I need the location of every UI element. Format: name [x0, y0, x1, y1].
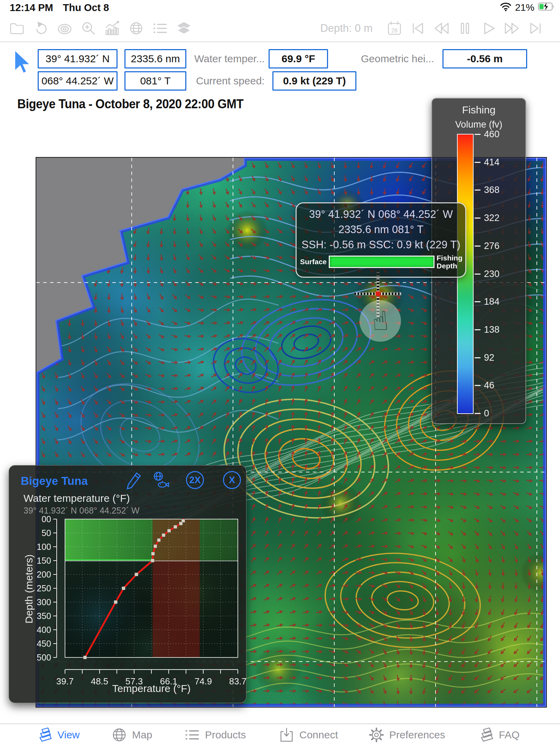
- temperature-depth-chart: [30, 502, 246, 689]
- layers-icon[interactable]: [176, 20, 192, 36]
- skip-back-icon[interactable]: [410, 20, 426, 36]
- geometric-height-label: Geometric hei...: [361, 49, 434, 68]
- tab-preferences[interactable]: Preferences: [368, 727, 445, 743]
- legend-tick: [475, 190, 480, 191]
- rewind-icon[interactable]: [433, 20, 449, 36]
- legend-tick-label: 276: [484, 241, 519, 251]
- crosshair-center-dot: [375, 291, 381, 296]
- battery-percent: 21%: [515, 2, 534, 13]
- bearing-readout: 081° T: [124, 71, 186, 91]
- zoom-in-icon[interactable]: [81, 20, 96, 36]
- profile-title: Bigeye Tuna: [21, 474, 88, 488]
- status-time: 12:14 PM: [10, 2, 53, 13]
- range-readout: 2335.6 nm: [124, 49, 186, 68]
- svg-text:28: 28: [391, 27, 398, 34]
- current-speed-label: Current speed:: [196, 71, 264, 91]
- status-bar: 12:14 PM Thu Oct 8 21%: [0, 0, 560, 15]
- battery-charging-icon: [538, 2, 555, 13]
- legend-tick-label: 230: [484, 269, 519, 279]
- latitude-readout: 39° 41.932´ N: [38, 49, 118, 68]
- legend-tick: [475, 301, 480, 302]
- tab-map[interactable]: Map: [111, 727, 152, 743]
- depth-readout: Depth: 0 m: [320, 22, 373, 35]
- status-date: Thu Oct 8: [63, 2, 109, 13]
- fishing-depth-bar: [329, 256, 435, 268]
- longitude-readout: 068° 44.252´ W: [38, 71, 118, 91]
- tab-connect-label: Connect: [299, 729, 338, 741]
- surface-label: Surface: [300, 258, 327, 266]
- globe-icon[interactable]: [128, 20, 144, 36]
- legend-tick: [475, 413, 480, 414]
- legend-tick-label: 184: [484, 296, 519, 307]
- legend-tick-label: 460: [484, 129, 519, 140]
- legend-tick-label: 368: [484, 185, 519, 195]
- toolbar: Depth: 0 m 28: [0, 15, 560, 42]
- geometric-height-readout: -0.56 m: [442, 49, 527, 68]
- folder-icon[interactable]: [9, 20, 25, 36]
- tooltip-coordinates: 39° 41.932´ N 068° 44.252´ W: [297, 207, 465, 222]
- tab-faq-label: FAQ: [499, 729, 520, 741]
- water-temp-label: Water temper...: [194, 49, 265, 68]
- tab-view[interactable]: View: [37, 727, 80, 743]
- legend-tick: [475, 162, 480, 163]
- tab-products[interactable]: Products: [184, 727, 246, 743]
- wifi-icon: [500, 2, 512, 14]
- fast-forward-icon[interactable]: [504, 20, 520, 36]
- skip-forward-icon[interactable]: [528, 20, 543, 36]
- eye-icon[interactable]: [57, 20, 73, 36]
- tab-faq[interactable]: FAQ: [478, 727, 520, 743]
- close-button[interactable]: X: [223, 471, 241, 489]
- position-tooltip: 39° 41.932´ N 068° 44.252´ W 2335.6 nm 0…: [296, 202, 466, 278]
- play-icon[interactable]: [480, 20, 496, 36]
- fishing-depth-label: Fishing Depth: [437, 254, 463, 270]
- legend-tick: [475, 246, 480, 247]
- pause-icon[interactable]: [457, 20, 473, 36]
- globe-fish-icon[interactable]: [151, 471, 170, 490]
- tooltip-range-bearing: 2335.6 nm 081° T: [297, 222, 465, 237]
- tooltip-ssh-ssc: SSH: -0.56 m SSC: 0.9 kt (229 T): [297, 237, 465, 252]
- legend-title: Fishing: [432, 104, 525, 116]
- legend-tick-label: 92: [484, 352, 519, 363]
- depth-profile-panel: Bigeye Tuna 2X X Water temperature (°F) …: [9, 465, 246, 703]
- list-icon[interactable]: [152, 20, 168, 36]
- chart-icon[interactable]: [104, 20, 120, 36]
- legend-tick-label: 138: [484, 324, 519, 335]
- x-axis-title: Temperature (°F): [100, 683, 203, 694]
- current-speed-readout: 0.9 kt (229 T): [272, 71, 356, 91]
- redo-icon[interactable]: [33, 20, 49, 36]
- zoom-2x-button[interactable]: 2X: [186, 471, 204, 489]
- pencil-icon[interactable]: [124, 471, 143, 490]
- water-temp-readout: 69.9 °F: [269, 49, 328, 68]
- tab-preferences-label: Preferences: [389, 729, 445, 741]
- map-title: Bigeye Tuna - October 8, 2020 22:00 GMT: [17, 97, 243, 111]
- legend-tick: [475, 329, 480, 330]
- tab-view-label: View: [57, 729, 80, 741]
- cursor-readout-bar: 39° 41.932´ N 2335.6 nm Water temper... …: [0, 43, 560, 94]
- tab-connect[interactable]: Connect: [279, 727, 338, 743]
- tab-products-label: Products: [205, 729, 246, 741]
- legend-subtitle: Volume (fv): [432, 119, 525, 130]
- legend-tick-label: 0: [484, 408, 519, 419]
- legend-tick: [475, 357, 480, 358]
- hand-pointer-icon: ☝: [371, 305, 389, 337]
- legend-tick: [475, 218, 480, 219]
- legend-tick: [475, 134, 480, 135]
- calendar-icon[interactable]: 28: [386, 20, 402, 36]
- legend-tick: [475, 274, 480, 275]
- legend-tick: [475, 385, 480, 386]
- legend-tick-label: 322: [484, 213, 519, 223]
- legend-tick-label: 46: [484, 380, 519, 391]
- tab-map-label: Map: [132, 729, 152, 741]
- touch-indicator: ☝: [360, 300, 401, 342]
- tab-bar: View Map Products Connect Preferences FA…: [0, 723, 560, 747]
- cursor-arrow-icon: [13, 50, 29, 76]
- legend-tick-label: 414: [484, 157, 519, 168]
